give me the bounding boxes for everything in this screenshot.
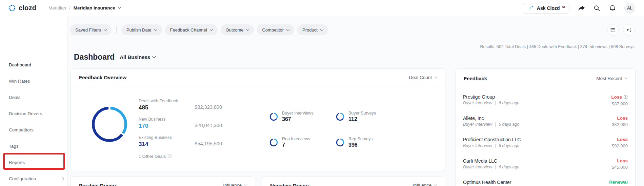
breadcrumb-current[interactable]: Meridian Insurance <box>74 5 115 11</box>
chevron-down-icon <box>244 183 247 186</box>
saved-filters-chip[interactable]: Saved Filters <box>70 24 112 35</box>
card-title: Feedback Overview <box>79 75 126 80</box>
chevron-down-icon <box>209 27 213 31</box>
channel-stat: Rep Surveys 396 <box>336 136 376 149</box>
filter-chip-label: Product <box>302 27 318 33</box>
entry-subline: Buyer Interview 6 days ago <box>463 122 628 127</box>
influence-selector[interactable]: Influence <box>413 183 437 186</box>
channel-label: Rep Surveys <box>348 137 373 141</box>
filter-divider <box>116 26 117 34</box>
avatar[interactable]: AL <box>624 3 635 14</box>
influence-selector[interactable]: Influence <box>223 183 247 186</box>
vertical-divider <box>244 97 244 155</box>
deals-donut-chart[interactable] <box>90 105 129 144</box>
share-button[interactable] <box>578 4 585 12</box>
clozd-logo[interactable]: clozd <box>8 4 36 12</box>
entry-subline: Buyer Interview 6 days ago <box>463 143 628 148</box>
feedback-entry[interactable]: Prestige Group Buyer Interview 6 days ag… <box>463 92 628 113</box>
mini-donut-icon <box>336 138 345 147</box>
chevron-right-icon <box>61 177 64 180</box>
filter-chip[interactable]: Product <box>297 24 328 35</box>
sidebar-item-label: Tags <box>9 144 19 149</box>
positive-drivers-card: Positive Drivers Influence <box>71 176 255 186</box>
entry-amount: $87,000 <box>611 101 628 106</box>
channel-label: Buyer Surveys <box>348 111 376 116</box>
entry-subline: Buyer Interview 6 days ago <box>463 165 628 169</box>
sidebar-item[interactable]: Configuration <box>9 174 64 183</box>
subline-divider <box>495 101 496 105</box>
sidebar-item-label: Configuration <box>9 176 36 181</box>
share-icon <box>578 5 585 11</box>
channel-stat: Buyer Surveys 112 <box>336 110 376 123</box>
sidebar-item[interactable]: Tags <box>9 142 64 150</box>
info-icon[interactable]: ⓘ <box>624 94 628 100</box>
sidebar-item[interactable]: Reports <box>9 158 64 167</box>
outcome-label: Loss <box>617 116 628 121</box>
info-icon[interactable]: ⓘ <box>168 153 172 159</box>
feedback-entry[interactable]: Carfi Media LLC Buyer Interview 6 days a… <box>463 156 628 178</box>
chevron-down-icon <box>153 55 156 58</box>
filter-chip[interactable]: Publish Date <box>121 24 162 35</box>
search-button[interactable] <box>593 4 601 12</box>
filter-chip-label: Competitor <box>262 27 284 33</box>
breadcrumb-parent[interactable]: Meridian <box>48 5 66 11</box>
filter-settings-button[interactable] <box>607 24 619 36</box>
feedback-entry[interactable]: Proficient Construction LLC Buyer Interv… <box>463 135 628 156</box>
search-icon <box>593 5 600 12</box>
sidebar-item[interactable]: Dashboard <box>9 60 64 69</box>
sidebar-item[interactable]: Competitors <box>9 125 64 134</box>
entry-channel: Buyer Interview <box>463 143 492 148</box>
bell-icon <box>609 5 616 12</box>
scope-label: All Business <box>120 54 150 60</box>
ask-clozd-label: Ask Clozd <box>537 5 560 11</box>
entry-time: 6 days ago <box>499 101 519 105</box>
other-deals-label: 1 Other Deals <box>139 154 166 159</box>
sort-selector[interactable]: Most Recent <box>596 76 627 81</box>
influence-label: Influence <box>223 183 242 186</box>
outcome-badge: Loss <box>612 137 628 142</box>
company-name: Optimus Health Center <box>463 180 628 185</box>
stat-amount: $82,323,800 <box>195 104 222 110</box>
filter-chip-label: Outcome <box>226 27 244 33</box>
chevron-down-icon[interactable] <box>118 6 121 9</box>
feedback-entry[interactable]: Optimus Health Center Renewal <box>463 178 628 186</box>
deal-count-selector[interactable]: Deal Count <box>409 75 437 80</box>
ask-clozd-button[interactable]: Ask ClozdAI <box>523 3 569 14</box>
mini-donut-icon <box>269 112 278 121</box>
filter-chip[interactable]: Competitor <box>257 24 294 35</box>
feedback-entry[interactable]: Allete, Inc Buyer Interview 6 days ago L… <box>463 113 628 135</box>
clozd-logo-icon <box>8 4 16 12</box>
breadcrumb-separator: / <box>69 5 71 11</box>
sidebar-item[interactable]: Win Rates <box>9 77 64 85</box>
notifications-button[interactable] <box>609 4 616 12</box>
stat-row: New Business 170 $28,041,300 <box>139 117 222 135</box>
sliders-icon <box>610 27 616 33</box>
sidebar-item[interactable]: Decision Drivers <box>9 109 64 118</box>
filter-bar: Saved Filters Publish Date Feedback Chan… <box>70 24 328 35</box>
chevron-down-icon <box>154 27 157 31</box>
sidebar: Dashboard Win Rates Deals Decision Drive… <box>0 16 68 186</box>
chevron-down-icon <box>434 75 438 79</box>
sidebar-item-label: Dashboard <box>9 62 31 67</box>
company-name: Prestige Group <box>463 94 628 100</box>
ask-clozd-ai-superscript: AI <box>562 5 565 8</box>
channel-stats: Buyer Interviews 367 Buyer Surveys 112 <box>269 110 376 149</box>
stat-label: New Business <box>139 117 222 122</box>
filter-chip[interactable]: Outcome <box>221 24 254 35</box>
outcome-label: Loss <box>611 95 622 100</box>
scope-selector[interactable]: All Business <box>120 54 155 60</box>
brand-wordmark: clozd <box>19 4 36 12</box>
filter-chip[interactable]: Feedback Channel <box>165 24 218 35</box>
collapse-panel-button[interactable] <box>623 24 635 36</box>
chevron-down-icon <box>286 27 290 31</box>
sidebar-item[interactable]: Deals <box>9 93 64 102</box>
stat-amount: $28,041,300 <box>195 123 222 128</box>
entry-amount: $82,000 <box>612 122 628 127</box>
influence-label: Influence <box>413 183 431 186</box>
outcome-badge: Loss <box>612 116 628 121</box>
sidebar-item-label: Win Rates <box>9 79 30 84</box>
collapse-panel-icon <box>626 27 632 33</box>
view-actions <box>607 24 635 36</box>
chevron-down-icon <box>246 27 249 31</box>
stat-amount: $54,195,500 <box>195 141 222 146</box>
